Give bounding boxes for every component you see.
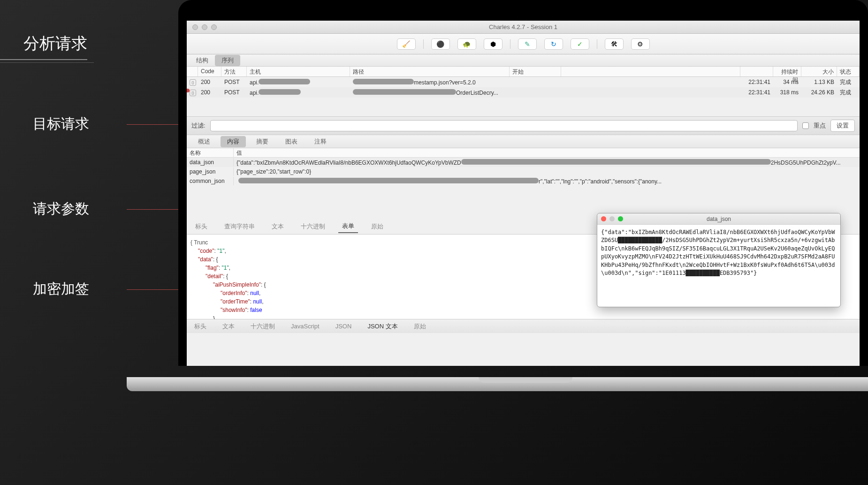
filter-label: 过滤:	[191, 121, 206, 130]
request-row[interactable]: {} 200 POST api. mestamp.json?ver=5.2.0 …	[187, 77, 860, 87]
maximize-icon[interactable]	[618, 216, 623, 221]
window-title: Charles 4.2.7 - Session 1	[489, 23, 557, 30]
col-host[interactable]: 主机	[247, 67, 350, 76]
filter-input[interactable]	[210, 120, 798, 131]
json-icon: {}	[190, 90, 196, 96]
tab-content[interactable]: 内容	[221, 136, 246, 147]
redacted-text	[238, 178, 539, 183]
label-encryption-sign: 加密加签	[33, 275, 202, 303]
col-status[interactable]: 状态	[837, 67, 860, 76]
redacted-text	[259, 79, 310, 84]
tab-json[interactable]: JSON	[333, 321, 355, 331]
tab-headers[interactable]: 标头	[191, 321, 209, 332]
view-mode-tabs: 结构 序列	[187, 54, 860, 67]
filter-bar: 过滤: 重点 设置	[187, 116, 860, 135]
tab-raw[interactable]: 原始	[367, 220, 387, 233]
label-request-params: 请求参数	[33, 195, 202, 223]
settings-button[interactable]: 设置	[830, 120, 855, 132]
response-body-tabs: 标头 文本 十六进制 JavaScript JSON JSON 文本 原始	[187, 319, 860, 333]
tools-icon[interactable]: 🛠	[605, 38, 624, 50]
col-path[interactable]: 路径	[350, 67, 510, 76]
col-start[interactable]: 开始	[510, 67, 561, 76]
close-icon[interactable]	[192, 24, 198, 30]
request-table-header: Code 方法 主机 路径 开始 持续时间 大小 状态	[187, 67, 860, 77]
tab-hex[interactable]: 十六进制	[297, 220, 329, 233]
validate-icon[interactable]: ✓	[571, 38, 589, 50]
tab-hex[interactable]: 十六进制	[248, 321, 278, 332]
minimize-icon[interactable]	[202, 24, 207, 30]
laptop-mockup: Charles 4.2.7 - Session 1 🧹 ⚫ 🐢 ⬢ ✎ ↻ ✓ …	[178, 0, 868, 485]
popup-title: data_json	[707, 216, 731, 222]
app-screen: Charles 4.2.7 - Session 1 🧹 ⚫ 🐢 ⬢ ✎ ↻ ✓ …	[187, 21, 860, 366]
param-row[interactable]: page_json {"page_size":20,"start_row":0}	[187, 167, 860, 176]
tab-headers[interactable]: 标头	[191, 220, 211, 233]
col-duration[interactable]: 持续时间	[773, 67, 801, 76]
tab-text[interactable]: 文本	[268, 220, 288, 233]
data-json-popup[interactable]: data_json {"data":"bxIZbmAn8KtdOcRAWEdla…	[597, 213, 841, 307]
json-icon: {}	[190, 79, 196, 86]
params-header: 名称 值	[187, 148, 860, 158]
redacted-text	[353, 79, 414, 84]
maximize-icon[interactable]	[211, 24, 217, 30]
redacted-text	[461, 159, 771, 165]
col-param-name[interactable]: 名称	[187, 148, 234, 157]
toolbar: 🧹 ⚫ 🐢 ⬢ ✎ ↻ ✓ 🛠 ⚙	[187, 34, 860, 54]
param-row[interactable]: common_json r","lat":"","lng":"","p":"an…	[187, 176, 860, 186]
annotation-panel: 分析请求 目标请求 请求参数 加密加签	[0, 0, 202, 485]
col-size[interactable]: 大小	[801, 67, 837, 76]
col-code[interactable]: Code	[198, 67, 221, 76]
laptop-base	[127, 377, 868, 391]
tab-summary[interactable]: 摘要	[250, 136, 275, 147]
record-icon[interactable]: ⚫	[431, 38, 450, 50]
tab-chart[interactable]: 图表	[279, 136, 304, 147]
tab-overview[interactable]: 概述	[191, 136, 217, 147]
label-target-request: 目标请求	[33, 110, 202, 138]
throttle-icon[interactable]: 🐢	[457, 38, 476, 50]
popup-body[interactable]: {"data":"bxIZbmAn8KtdOcRAWEdlaRVliaI8/nb…	[597, 225, 840, 307]
tab-structure[interactable]: 结构	[190, 55, 215, 66]
window-titlebar[interactable]: Charles 4.2.7 - Session 1	[187, 21, 860, 34]
broom-icon[interactable]: 🧹	[397, 38, 416, 50]
redacted-text	[259, 89, 301, 95]
breakpoint-icon[interactable]: ⬢	[484, 38, 503, 50]
tab-json-text[interactable]: JSON 文本	[365, 321, 400, 332]
tab-javascript[interactable]: JavaScript	[288, 321, 322, 331]
minimize-icon[interactable]	[609, 216, 615, 221]
focus-label: 重点	[814, 121, 826, 130]
settings-icon[interactable]: ⚙	[631, 38, 650, 50]
col-param-value[interactable]: 值	[234, 148, 860, 157]
redacted-text	[353, 89, 456, 95]
col-method[interactable]: 方法	[221, 67, 247, 76]
popup-titlebar[interactable]: data_json	[597, 213, 840, 225]
section-title: 分析请求	[0, 14, 87, 60]
tab-query[interactable]: 查询字符串	[221, 220, 259, 233]
param-row[interactable]: data_json {"data":"bxIZbmAn8KtdOcRAWEdla…	[187, 158, 860, 167]
tab-form[interactable]: 表单	[338, 220, 358, 233]
col-time	[740, 67, 773, 76]
close-icon[interactable]	[601, 216, 606, 221]
repeat-icon[interactable]: ↻	[544, 38, 563, 50]
tab-raw[interactable]: 原始	[411, 321, 429, 332]
request-row[interactable]: {} 200 POST api. OrderListDecry... 22:31…	[187, 87, 860, 98]
tab-text[interactable]: 文本	[220, 321, 237, 332]
focus-checkbox[interactable]	[802, 122, 809, 129]
tab-notes[interactable]: 注释	[308, 136, 333, 147]
tab-sequence[interactable]: 序列	[215, 55, 240, 66]
edit-icon[interactable]: ✎	[518, 38, 537, 50]
detail-tabs: 概述 内容 摘要 图表 注释	[187, 135, 860, 148]
